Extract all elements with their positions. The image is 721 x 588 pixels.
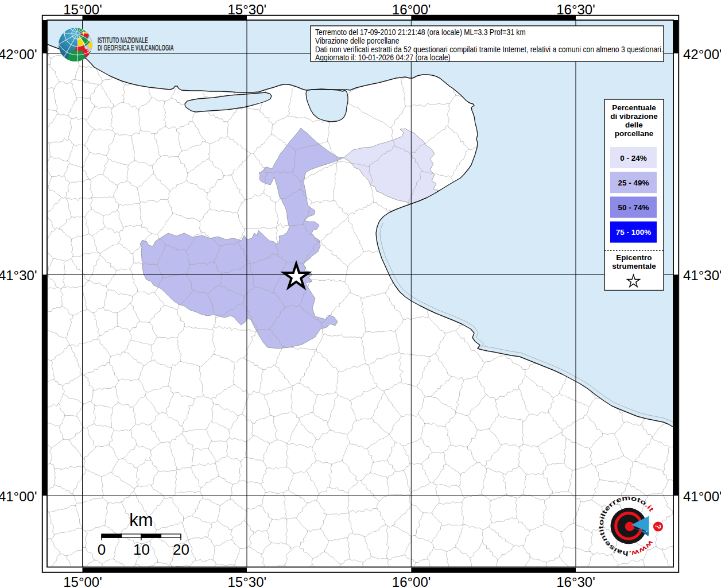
svg-text:0 - 24%: 0 - 24% bbox=[620, 154, 647, 163]
svg-text:15°00': 15°00' bbox=[63, 2, 102, 17]
svg-text:16°30': 16°30' bbox=[556, 2, 595, 17]
svg-text:15°00': 15°00' bbox=[63, 574, 102, 588]
svg-text:25 - 49%: 25 - 49% bbox=[618, 179, 649, 187]
svg-text:Percentuale: Percentuale bbox=[612, 103, 656, 112]
svg-text:Epicentro: Epicentro bbox=[616, 253, 652, 262]
svg-text:16°30': 16°30' bbox=[556, 574, 595, 588]
svg-text:delle: delle bbox=[625, 121, 643, 129]
svg-text:km: km bbox=[129, 510, 153, 530]
svg-text:41°00': 41°00' bbox=[0, 489, 37, 504]
svg-text:0: 0 bbox=[98, 541, 106, 558]
svg-text:strumentale: strumentale bbox=[612, 262, 656, 270]
svg-text:10: 10 bbox=[133, 541, 150, 558]
svg-text:Terremoto del 17-09-2010 21:21: Terremoto del 17-09-2010 21:21:48 (ora l… bbox=[315, 28, 526, 37]
svg-text:41°30': 41°30' bbox=[0, 268, 37, 283]
svg-text:20: 20 bbox=[173, 541, 189, 558]
svg-text:porcellane: porcellane bbox=[615, 129, 654, 138]
svg-text:16°00': 16°00' bbox=[392, 574, 431, 588]
svg-text:di vibrazione: di vibrazione bbox=[610, 112, 658, 121]
svg-text:DI GEOFISICA E VULCANOLOGIA: DI GEOFISICA E VULCANOLOGIA bbox=[98, 44, 174, 52]
svg-text:50 - 74%: 50 - 74% bbox=[618, 203, 649, 212]
svg-text:42°00': 42°00' bbox=[683, 47, 721, 62]
svg-text:16°00': 16°00' bbox=[392, 2, 431, 17]
svg-text:41°30': 41°30' bbox=[683, 268, 721, 283]
svg-text:?: ? bbox=[653, 524, 663, 529]
svg-text:75 - 100%: 75 - 100% bbox=[616, 228, 652, 237]
svg-text:15°30': 15°30' bbox=[228, 2, 267, 17]
svg-text:41°00': 41°00' bbox=[683, 489, 721, 504]
svg-text:Aggiornato il: 10-01-2026 04:2: Aggiornato il: 10-01-2026 04:27 (ora loc… bbox=[315, 53, 451, 63]
svg-text:15°30': 15°30' bbox=[228, 574, 267, 588]
svg-text:42°00': 42°00' bbox=[0, 47, 37, 62]
